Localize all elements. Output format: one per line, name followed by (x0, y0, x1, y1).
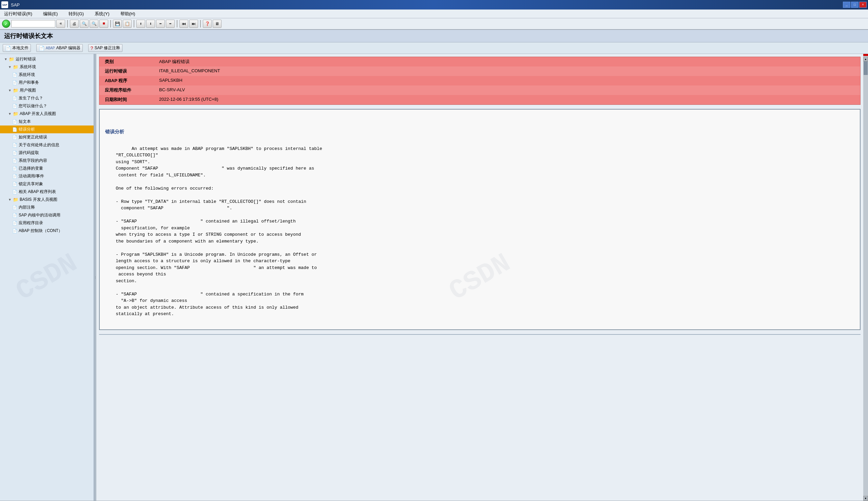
doc-icon: 📄 (12, 143, 17, 148)
command-input[interactable] (11, 20, 55, 28)
sap-correction-button[interactable]: ? SAP 修正注释 (88, 44, 122, 52)
tree-item-internal-notes[interactable]: 📄 内部注释 (0, 203, 94, 211)
menu-system[interactable]: 系统(Y) (93, 10, 110, 18)
doc-icon: 📄 (12, 127, 17, 132)
toolbar-print[interactable]: 🖨 (70, 20, 79, 28)
toolbar-save[interactable]: 💾 (113, 20, 122, 28)
tree-item-runtime-error[interactable]: ▼ 📁 运行时错误 (0, 55, 94, 63)
expand-icon: ▼ (8, 65, 12, 69)
scroll-thumb[interactable] (864, 61, 868, 75)
toolbar-right[interactable]: ➡ (166, 20, 175, 28)
doc-icon: 📄 (12, 166, 17, 171)
tree-item-error-analysis[interactable]: 📄 错误分析 (0, 126, 94, 133)
doc-icon: 📄 (12, 119, 17, 124)
tree-label: 短文本 (19, 119, 31, 125)
error-label-program: ABAP 程序 (99, 76, 154, 85)
tree-item-kernel-calls[interactable]: 📄 SAP 内核中的活动调用 (0, 211, 94, 219)
scroll-track (863, 61, 868, 496)
toolbar-doc[interactable]: 📋 (123, 20, 132, 28)
toolbar-page-first[interactable]: ⏮ (180, 20, 188, 28)
tree-label: 活动调用/事件 (19, 173, 44, 179)
tree-item-app-directory[interactable]: 📄 应用程序目录 (0, 219, 94, 227)
doc-icon: 📄 (12, 96, 17, 101)
abap-editor-button[interactable]: 📄 ABAP ABAP 编辑器 (36, 44, 83, 52)
tree-item-basis-dev-group[interactable]: ▼ 📁 BASIS 开发人员视图 (0, 196, 94, 203)
tree-label: ABAP 开发人员视图 (20, 111, 56, 117)
tree-item-sys-env[interactable]: 📄 系统环境 (0, 71, 94, 79)
tree-label: SAP 内核中的活动调用 (19, 212, 60, 218)
tree-item-abap-dev-group[interactable]: ▼ 📁 ABAP 开发人员视图 (0, 110, 94, 118)
toolbar-help[interactable]: ❓ (203, 20, 212, 28)
toolbar-page-last[interactable]: ⏭ (189, 20, 198, 28)
menu-edit[interactable]: 编辑(E) (42, 10, 59, 18)
toolbar-down[interactable]: ⬇ (146, 20, 155, 28)
error-label-runtime: 运行时错误 (99, 66, 154, 76)
right-scrollbar[interactable]: ▲ ▼ (863, 54, 868, 501)
menu-runtime-error[interactable]: 运行时错误(R) (3, 10, 34, 18)
abap-editor-label: ABAP 编辑器 (56, 45, 81, 51)
local-file-button[interactable]: 📄 本地文件 (3, 44, 31, 52)
tree-item-what-happened[interactable]: 📄 发生了什么？ (0, 94, 94, 102)
tree-label: 相关 ABAP 程序列表 (19, 189, 56, 195)
error-header: 类别 ABAP 编程错误 运行时错误 ITAB_ILLEGAL_COMPONEN… (99, 57, 860, 105)
tree-item-abap-control[interactable]: 📄 ABAP 控制块（CONT） (0, 227, 94, 235)
doc-icon: 📄 (12, 81, 17, 85)
doc-icon: 📄 (12, 151, 17, 155)
toolbar-monitor[interactable]: 🖥 (213, 20, 222, 28)
scroll-down-arrow[interactable]: ▼ (863, 496, 868, 501)
tree-item-active-calls[interactable]: 📄 活动调用/事件 (0, 172, 94, 180)
folder-open-icon: 📁 (13, 64, 18, 70)
tree-item-where-terminated[interactable]: 📄 关于在何处终止的信息 (0, 141, 94, 149)
scroll-up-arrow[interactable]: ▲ (863, 57, 868, 61)
error-value-program: SAPLSKBH (154, 76, 860, 85)
tree-item-how-to-fix[interactable]: 📄 如何更正此错误 (0, 133, 94, 141)
toolbar: ✓ « 🖨 🔍 🔍 ■ 💾 📋 ⬆ ⬇ ⬅ ➡ ⏮ ⏭ ❓ 🖥 (0, 18, 868, 30)
tree-label: 用户视图 (20, 87, 36, 93)
tree-item-sys-fields[interactable]: 📄 系统字段的内容 (0, 157, 94, 164)
tree-item-short-text[interactable]: 📄 短文本 (0, 118, 94, 126)
error-row-program: ABAP 程序 SAPLSKBH (99, 76, 860, 85)
expand-icon: ▼ (4, 57, 8, 61)
toolbar-separator-4 (177, 20, 178, 28)
toolbar-find[interactable]: 🔍 (80, 20, 88, 28)
toolbar-separator-5 (200, 20, 201, 28)
close-button[interactable]: × (859, 2, 867, 8)
local-file-icon: 📄 (5, 45, 11, 51)
toolbar-stop[interactable]: ■ (99, 20, 108, 28)
tree-item-related-programs[interactable]: 📄 相关 ABAP 程序列表 (0, 188, 94, 196)
minimize-button[interactable]: _ (843, 2, 850, 8)
tree-item-sys-env-group[interactable]: ▼ 📁 系统环境 (0, 63, 94, 71)
expand-icon: ▼ (8, 198, 12, 202)
error-analysis-title: 错误分析 (105, 128, 855, 135)
error-label-category: 类别 (99, 57, 154, 66)
tree-label: 锁定共享对象 (19, 181, 43, 187)
sap-logo-icon: SAP (1, 1, 8, 8)
doc-icon: 📄 (12, 135, 17, 140)
tree-item-locked-objects[interactable]: 📄 锁定共享对象 (0, 180, 94, 188)
error-row-category: 类别 ABAP 编程错误 (99, 57, 860, 66)
doc-icon: 📄 (12, 190, 17, 194)
toolbar-left[interactable]: ⬅ (156, 20, 165, 28)
nav-tree: CSDN ▼ 📁 运行时错误 ▼ 📁 系统环境 📄 系统环境 📄 用户和事务 ▼… (0, 54, 94, 501)
toolbar-find2[interactable]: 🔍 (89, 20, 98, 28)
tree-item-user-view-group[interactable]: ▼ 📁 用户视图 (0, 86, 94, 94)
tree-item-what-to-do[interactable]: 📄 您可以做什么？ (0, 102, 94, 110)
tree-item-source-extract[interactable]: 📄 源代码提取 (0, 149, 94, 157)
menu-goto[interactable]: 转到(G) (67, 10, 85, 18)
menu-help[interactable]: 帮助(H) (119, 10, 137, 18)
status-ok-button[interactable]: ✓ (2, 20, 10, 28)
toolbar-nav-back[interactable]: « (56, 20, 65, 28)
expand-icon: ▼ (8, 88, 12, 92)
error-row-runtime: 运行时错误 ITAB_ILLEGAL_COMPONENT (99, 66, 860, 76)
window-title: SAP (11, 2, 20, 8)
tree-label: 内部注释 (19, 204, 35, 210)
tree-label: 系统环境 (19, 72, 35, 78)
tree-label: 应用程序目录 (19, 220, 43, 226)
title-bar-left: SAP SAP (1, 1, 20, 8)
folder-open-icon: 📁 (13, 197, 18, 202)
maximize-button[interactable]: □ (851, 2, 858, 8)
tree-item-user-tx[interactable]: 📄 用户和事务 (0, 79, 94, 86)
tree-item-selected-vars[interactable]: 📄 已选择的变量 (0, 164, 94, 172)
scroll-top-indicator (863, 54, 868, 56)
toolbar-up[interactable]: ⬆ (136, 20, 145, 28)
